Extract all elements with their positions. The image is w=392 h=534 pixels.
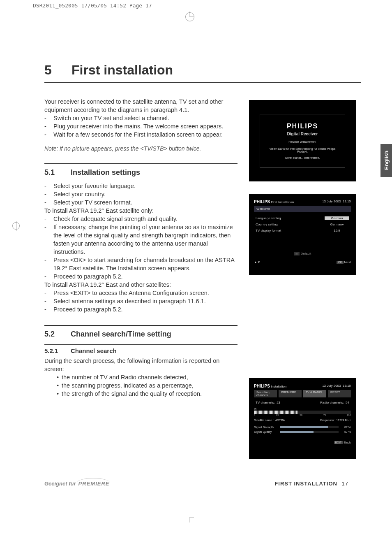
list-item: -Wait for a few seconds for the First in… [44,130,238,139]
crop-mark-top [189,12,194,16]
bullet-item: •the scanning progress, indicated as a p… [44,381,238,390]
progress-bar [254,411,351,414]
tab-reset: RESET [328,390,351,397]
welcome-line: Herzlich Willkommen! [268,140,337,143]
nav-arrows-icon: ▲▼ [254,260,261,264]
search-status-label: Searching channels... [254,390,277,397]
screen-title: Welcome [254,206,351,212]
language-tab: English [380,144,392,177]
philips-logo: PHILIPS [268,123,337,130]
subsection-5-2-1-heading: 5.2.1Channel search [44,344,238,354]
premiere-logo: PREMIERE [78,481,110,487]
list-item: -Select your TV screen format. [44,198,238,207]
crop-mark-left [12,222,20,230]
paragraph: To install ASTRA 19.2° East satellite on… [44,207,238,215]
list-item: -Proceed to paragraph 5.2. [44,272,238,281]
list-item: -Select your favourite language. [44,182,238,190]
percent-label: % [254,407,256,410]
list-item: -Plug your receiver into the mains. The … [44,122,238,130]
ok-next-hint: OKNext [337,260,351,264]
crop-mark-bottom [189,518,194,522]
bullet-item: •the strength of the signal and the qual… [44,390,238,398]
list-item: -Press <OK> to start searching for chann… [44,256,238,272]
footer-prefix: Geeignet für [44,481,76,487]
welcome-line: Gerät startet... bitte warten. [268,156,337,159]
welcome-screenshot: PHILIPS Digital Receiver Herzlich Willko… [249,100,356,181]
exit-back-hint: EXITBack [254,441,351,444]
digital-receiver-label: Digital Receiver [268,132,337,136]
list-item: -Switch on your TV set and select a chan… [44,114,238,122]
channel-search-screenshot: PHILIPS Installation 13 July 2003 13:15 … [249,378,356,459]
setting-row-country: Country settingGermany [254,221,351,228]
setting-row-language: Language setting ◄German► [254,215,351,221]
chapter-number: 5 [44,63,71,78]
footer-section-label: FIRST INSTALLATION [274,481,337,487]
tab-premiere: PREMIERE [279,390,302,397]
chapter-text: First installation [71,63,173,77]
welcome-line: Vielen Dank für Ihre Entscheidung für di… [268,147,337,153]
setting-row-format: TV display format16:9 [254,228,351,234]
list-item: -Press <EXIT> to access the Antenna Conf… [44,289,238,297]
print-header: DSR2011_052005 17/05/05 14:52 Page 17 [33,2,152,9]
section-5-2-heading: 5.2Channel search/Time setting [44,325,238,339]
list-item: -Proceed to paragraph 5.2. [44,305,238,313]
bullet-item: •the number of TV and Radio channels det… [44,373,238,381]
arrow-left-icon: ◄ [320,217,324,221]
arrow-right-icon: ► [350,217,354,221]
default-hint: ▭Default [254,252,351,255]
list-item: -Check for adequate signal strength and … [44,215,238,223]
tab-tvradio: TV & RADIO [303,390,326,397]
section-5-1-heading: 5.1Installation settings [44,163,238,177]
page-footer: Geeignet für PREMIERE FIRST INSTALLATION… [44,481,348,487]
page-trim-line [29,9,29,514]
page-number: 17 [342,481,348,487]
paragraph: During the search process, the following… [44,357,238,373]
chapter-title: 5First installation [44,63,361,83]
signal-strength-bar: Signal Strength 82 % [254,426,351,429]
list-item: -Select antenna settings as described in… [44,297,238,305]
note-text: Note: if no picture appears, press the <… [44,145,238,152]
list-item: -If necessary, change the pointing of yo… [44,223,238,256]
page-content: 5First installation Your receiver is con… [44,63,361,459]
list-item: -Select your country. [44,190,238,198]
signal-quality-bar: Signal Quality 57 % [254,430,351,433]
first-installation-screenshot: PHILIPS First Installation 13 July 2003 … [249,194,356,275]
intro-paragraph: Your receiver is connected to the satell… [44,98,238,114]
paragraph: To install ASTRA 19.2° East and other sa… [44,281,238,289]
